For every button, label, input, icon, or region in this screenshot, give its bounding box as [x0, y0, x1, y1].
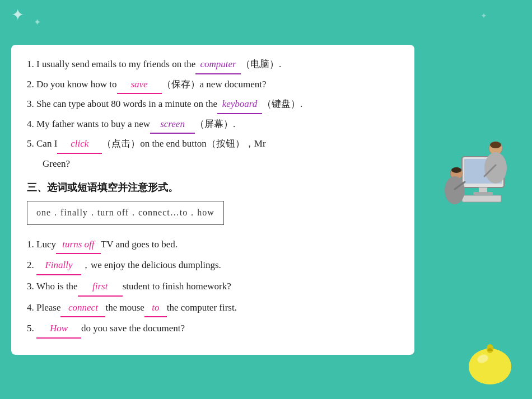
s2-q4-num: 4.	[27, 299, 36, 317]
q5-blank: click	[57, 135, 102, 154]
s2-q4-post: the computer first.	[167, 299, 237, 317]
s2-q2-num: 2.	[27, 257, 36, 274]
svg-rect-3	[473, 192, 493, 195]
q5-num: 5.	[27, 135, 36, 153]
s2-question-1: 1. Lucy turns off TV and goes to bed.	[27, 236, 399, 255]
s2-q5-num: 5.	[27, 320, 36, 337]
svg-point-8	[445, 176, 465, 204]
s2-q1-blank: turns off	[56, 236, 101, 255]
question-5: 5. Can I click （点击）on the end button（按钮）…	[27, 135, 399, 172]
s2-q1-pre: Lucy	[36, 236, 56, 254]
q3-num: 3.	[27, 96, 36, 113]
q4-blank: screen	[150, 116, 195, 134]
word-box: one．finally．turn off．connect…to．how	[27, 201, 224, 225]
star-decoration-3: ✦	[480, 11, 487, 21]
s2-q4-pre: Please	[36, 299, 60, 317]
svg-point-7	[484, 152, 507, 184]
q4-num: 4.	[27, 116, 36, 133]
star-decoration-2: ✦	[34, 17, 41, 27]
s2-q1-num: 1.	[27, 236, 36, 254]
svg-point-14	[469, 349, 511, 384]
s2-question-2: 2. Finally ，we enjoy the delicious dumpl…	[27, 257, 399, 275]
q4-post: （屏幕）.	[195, 116, 235, 133]
s2-q4-blank2: to	[144, 299, 167, 318]
question-1: 1. I usually send emails to my friends o…	[27, 56, 399, 74]
s2-q5-post: do you save the document?	[81, 320, 185, 337]
s2-q4-mid: the mouse	[105, 299, 144, 317]
s2-q3-post: student to finish homework?	[123, 278, 231, 295]
q2-num: 2.	[27, 76, 36, 93]
svg-rect-4	[462, 195, 501, 202]
star-decoration-1: ✦	[11, 6, 24, 24]
q4-pre: My father wants to buy a new	[36, 116, 150, 133]
s2-q1-post: TV and goes to bed.	[101, 236, 178, 254]
q5-post1: （点击）on the end button（按钮），Mr	[102, 135, 265, 153]
q1-pre: I usually send emails to my friends on t…	[36, 56, 195, 73]
q3-post: （键盘）.	[262, 96, 302, 113]
q2-pre: Do you know how to	[36, 76, 117, 93]
s2-q2-post: ，we enjoy the delicious dumplings.	[81, 257, 221, 274]
question-3: 3. She can type about 80 words in a minu…	[27, 96, 399, 114]
s2-question-4: 4. Please connect the mouse to the compu…	[27, 299, 399, 318]
computer-illustration	[414, 140, 515, 229]
q1-post: （电脑）.	[241, 56, 281, 73]
q5-pre: Can I	[36, 135, 57, 153]
lemon-decoration	[465, 337, 515, 388]
svg-point-12	[451, 167, 461, 173]
main-card: 1. I usually send emails to my friends o…	[11, 45, 414, 355]
s2-question-5: 5. How do you save the document?	[27, 320, 399, 339]
q3-blank: keyboard	[217, 96, 262, 114]
s2-question-3: 3. Who is the first student to finish ho…	[27, 278, 399, 297]
question-2: 2. Do you know how to save （保存）a new doc…	[27, 76, 399, 95]
q1-num: 1.	[27, 56, 36, 73]
s2-q3-num: 3.	[27, 278, 36, 295]
word-box-container: one．finally．turn off．connect…to．how	[27, 201, 399, 231]
q2-blank: save	[117, 76, 162, 95]
s2-q3-pre: Who is the	[36, 278, 78, 295]
section2-title: 三、选词或短语填空并注意形式。	[27, 179, 399, 196]
s2-q3-blank: first	[78, 278, 123, 297]
q1-blank: computer	[195, 56, 241, 74]
svg-point-11	[490, 142, 501, 148]
q5-post2: Green?	[43, 156, 70, 173]
s2-q5-blank: How	[36, 320, 81, 339]
question-4: 4. My father wants to buy a new screen （…	[27, 116, 399, 134]
s2-q4-blank1: connect	[60, 299, 105, 318]
q3-pre: She can type about 80 words in a minute …	[36, 96, 217, 113]
s2-q2-blank: Finally	[36, 257, 81, 275]
q2-post: （保存）a new document?	[162, 76, 267, 93]
